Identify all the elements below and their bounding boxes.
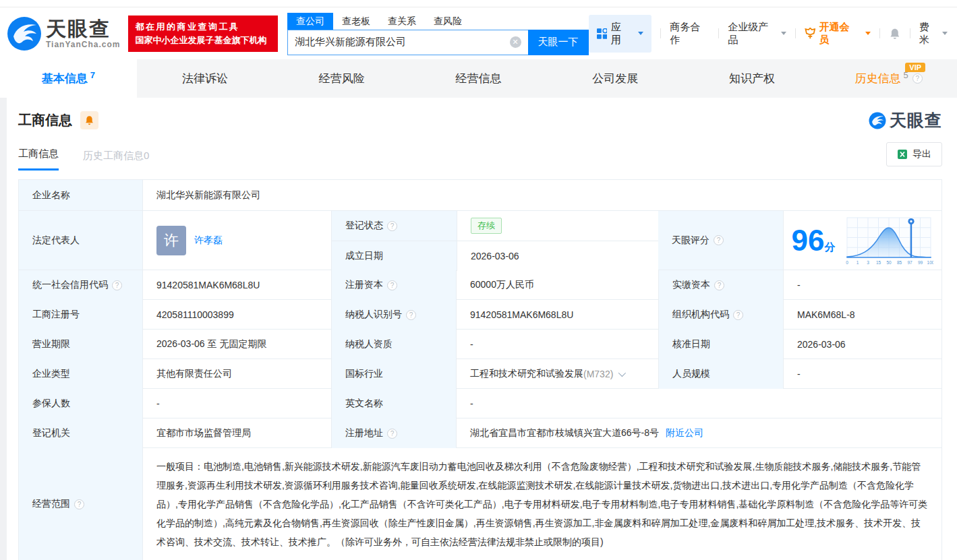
- apps-menu[interactable]: 应用: [589, 15, 652, 53]
- approval-date-value: 2026-03-06: [783, 330, 941, 359]
- tab-operating-risk[interactable]: 经营风险: [273, 59, 410, 98]
- score-cell: 96分: [783, 211, 941, 270]
- nearby-companies-link[interactable]: 附近公司: [666, 427, 703, 439]
- status-date-subtable: 登记状态 ? 存续 成立日期 2026-03-06: [331, 211, 658, 270]
- search-tabs: 查公司 查老板 查关系 查风险: [287, 12, 589, 30]
- svg-text:100: 100: [927, 260, 933, 265]
- logo-subtitle: TianYanCha.com: [46, 40, 120, 49]
- tab-intellectual-property[interactable]: 知识产权: [684, 59, 821, 98]
- logo-title: 天眼查: [46, 18, 120, 40]
- org-code-value: MAK6M68L-8: [783, 300, 941, 330]
- industry-expand-icon[interactable]: [618, 369, 626, 377]
- help-icon[interactable]: ?: [406, 310, 416, 320]
- table-row: 营业期限 2026-03-06 至 无固定期限 纳税人资质 - 核准日期 202…: [19, 329, 941, 359]
- user-menu[interactable]: 费米: [919, 21, 948, 46]
- help-icon[interactable]: ?: [714, 280, 724, 290]
- vip-crown-icon: [805, 28, 816, 39]
- tab-label: 法律诉讼: [182, 71, 228, 86]
- tab-label: 公司发展: [592, 71, 638, 86]
- reg-address-label-cell: 注册地址 ?: [331, 418, 456, 448]
- industry-label: 国标行业: [331, 359, 456, 389]
- tab-label: 知识产权: [729, 71, 775, 86]
- taxpayer-id-label: 纳税人识别号: [345, 309, 402, 321]
- help-icon[interactable]: ?: [74, 499, 84, 509]
- score-unit: 分: [824, 241, 835, 253]
- help-icon[interactable]: ?: [733, 310, 743, 320]
- reg-address-label: 注册地址: [345, 427, 383, 439]
- table-row: 工商注册号 420581110003899 纳税人识别号 ? 91420581M…: [19, 299, 941, 329]
- tab-label: 经营风险: [319, 71, 365, 86]
- reg-status-cell: 存续: [457, 211, 658, 241]
- paid-capital-label-cell: 实缴资本 ?: [658, 270, 783, 300]
- help-icon[interactable]: ?: [387, 221, 397, 231]
- tianyancha-watermark-icon: [869, 112, 886, 129]
- open-vip-button[interactable]: 开通会员: [805, 21, 871, 46]
- search-input[interactable]: [288, 36, 510, 48]
- business-term-value: 2026-03-06 至 无固定期限: [142, 330, 331, 359]
- help-icon[interactable]: ?: [387, 429, 397, 439]
- paid-capital-value: -: [783, 270, 941, 300]
- svg-text:15: 15: [876, 260, 881, 265]
- svg-text:50: 50: [887, 260, 892, 265]
- reg-status-label-cell: 登记状态 ?: [332, 211, 457, 241]
- vip-label: 开通会员: [819, 21, 859, 46]
- org-code-label-cell: 组织机构代码 ?: [658, 300, 783, 330]
- svg-text:3: 3: [867, 260, 870, 265]
- subtab-history-business-info[interactable]: 历史工商信息0: [83, 150, 149, 170]
- tianyancha-logo[interactable]: 天眼查 TianYanCha.com: [7, 16, 120, 51]
- table-row: 企业类型 其他有限责任公司 国标行业 工程和技术研究和试验发展 (M732) 人…: [19, 359, 941, 388]
- notifications-bell-icon[interactable]: [889, 28, 901, 40]
- business-term-label: 营业期限: [19, 330, 142, 359]
- help-icon[interactable]: ?: [714, 235, 724, 245]
- org-code-label: 组织机构代码: [672, 309, 729, 321]
- taxpayer-qualification-label: 纳税人资质: [331, 330, 456, 359]
- help-icon[interactable]: ?: [387, 280, 397, 290]
- nav-business-cooperation[interactable]: 商务合作: [670, 21, 709, 46]
- export-label: 导出: [912, 148, 931, 160]
- tab-legal-proceedings[interactable]: 法律诉讼: [137, 59, 274, 98]
- paid-capital-label: 实缴资本: [672, 279, 710, 291]
- table-row: 统一社会信用代码 ? 91420581MAK6M68L8U 注册资本 ? 600…: [19, 270, 941, 299]
- help-icon[interactable]: ?: [112, 280, 122, 290]
- tab-history-info[interactable]: VIP 历史信息 5 ?: [820, 59, 957, 98]
- search-area: 查公司 查老板 查关系 查风险 ✕ 天眼一下: [287, 12, 589, 55]
- nav-enterprise-products[interactable]: 企业级产品: [728, 21, 786, 46]
- search-button[interactable]: 天眼一下: [528, 30, 589, 55]
- svg-text:1: 1: [857, 260, 859, 265]
- monitor-bell-button[interactable]: [80, 111, 98, 129]
- export-button[interactable]: 导出: [886, 142, 942, 166]
- divider: [660, 28, 661, 38]
- tab-company-development[interactable]: 公司发展: [547, 59, 684, 98]
- score-label-cell: 天眼评分 ?: [658, 211, 783, 270]
- apps-label: 应用: [611, 21, 631, 46]
- reg-capital-label-cell: 注册资本 ?: [331, 270, 456, 300]
- insured-count-value: -: [142, 389, 331, 418]
- insured-count-label: 参保人数: [19, 389, 142, 418]
- header: 天眼查 TianYanCha.com 都在用的商业查询工具 国家中小企业发展子基…: [0, 7, 957, 59]
- search-tab-company[interactable]: 查公司: [287, 13, 333, 30]
- search-tab-relation[interactable]: 查关系: [379, 13, 425, 30]
- table-row: 登记状态 ? 存续: [332, 211, 658, 241]
- reg-authority-value: 宜都市市场监督管理局: [142, 418, 331, 448]
- subtab-business-info[interactable]: 工商信息: [18, 148, 59, 170]
- watermark-logo: 天眼查: [869, 109, 942, 131]
- header-nav: 应用 商务合作 企业级产品 开通会员 费米: [589, 15, 948, 53]
- reg-address-cell: 湖北省宜昌市宜都市枝城镇兴宜大道66号-8号 附近公司: [456, 418, 941, 448]
- table-row: 登记机关 宜都市市场监督管理局 注册地址 ? 湖北省宜昌市宜都市枝城镇兴宜大道6…: [19, 418, 941, 447]
- credit-code-value: 91420581MAK6M68L8U: [142, 270, 331, 300]
- help-icon[interactable]: ?: [912, 73, 923, 84]
- search-input-wrap: ✕: [287, 30, 528, 55]
- business-scope-label: 经营范围: [32, 498, 70, 510]
- table-row: 法定代表人 许 许孝磊 登记状态 ? 存续 成立日期 2026-03-0: [19, 210, 941, 270]
- tab-operating-info[interactable]: 经营信息: [410, 59, 547, 98]
- clear-search-icon[interactable]: ✕: [510, 36, 521, 48]
- search-tab-risk[interactable]: 查风险: [425, 13, 471, 30]
- divider: [910, 28, 910, 38]
- legal-rep-link[interactable]: 许孝磊: [194, 235, 223, 247]
- tab-basic-info[interactable]: 基本信息 7: [0, 59, 137, 98]
- excel-icon: [897, 149, 908, 160]
- legal-rep-avatar[interactable]: 许: [156, 226, 186, 255]
- search-tab-boss[interactable]: 查老板: [333, 13, 379, 30]
- score-value: 96: [792, 224, 825, 257]
- chevron-down-icon: [942, 32, 948, 35]
